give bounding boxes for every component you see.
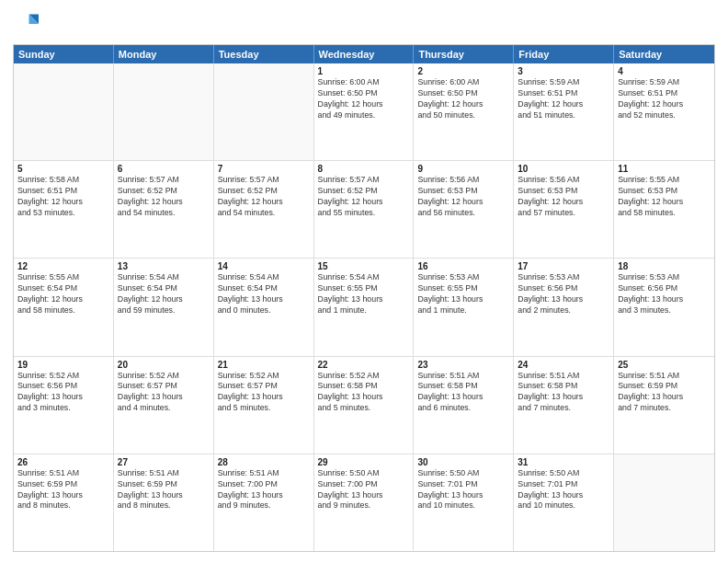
day-number: 30	[417, 457, 509, 467]
cell-details: Sunrise: 6:00 AM Sunset: 6:50 PM Dayligh…	[318, 77, 410, 121]
day-number: 6	[118, 164, 210, 174]
calendar-cell: 24Sunrise: 5:51 AM Sunset: 6:58 PM Dayli…	[514, 357, 614, 454]
calendar-cell: 16Sunrise: 5:53 AM Sunset: 6:55 PM Dayli…	[414, 259, 514, 355]
calendar-cell: 22Sunrise: 5:52 AM Sunset: 6:58 PM Dayli…	[314, 357, 415, 454]
calendar-cell	[614, 454, 714, 551]
cell-details: Sunrise: 5:55 AM Sunset: 6:53 PM Dayligh…	[618, 175, 711, 219]
calendar-cell: 14Sunrise: 5:54 AM Sunset: 6:54 PM Dayli…	[214, 259, 314, 355]
weekday-header: Saturday	[614, 45, 714, 63]
calendar-cell: 17Sunrise: 5:53 AM Sunset: 6:56 PM Dayli…	[514, 259, 614, 355]
day-number: 11	[618, 164, 711, 174]
day-number: 9	[417, 164, 509, 174]
cell-details: Sunrise: 5:54 AM Sunset: 6:54 PM Dayligh…	[218, 272, 310, 316]
calendar-cell: 1Sunrise: 6:00 AM Sunset: 6:50 PM Daylig…	[314, 63, 415, 160]
day-number: 28	[218, 457, 310, 467]
day-number: 10	[518, 164, 609, 174]
calendar-header: SundayMondayTuesdayWednesdayThursdayFrid…	[14, 45, 714, 63]
cell-details: Sunrise: 5:54 AM Sunset: 6:54 PM Dayligh…	[118, 272, 210, 316]
day-number: 15	[318, 261, 410, 271]
cell-details: Sunrise: 5:52 AM Sunset: 6:57 PM Dayligh…	[118, 371, 210, 415]
day-number: 29	[318, 457, 410, 467]
cell-details: Sunrise: 5:52 AM Sunset: 6:56 PM Dayligh…	[17, 371, 109, 415]
cell-details: Sunrise: 5:54 AM Sunset: 6:55 PM Dayligh…	[318, 272, 410, 316]
calendar-cell	[14, 63, 114, 160]
day-number: 22	[318, 360, 410, 370]
cell-details: Sunrise: 5:50 AM Sunset: 7:00 PM Dayligh…	[318, 468, 410, 512]
calendar-cell: 5Sunrise: 5:58 AM Sunset: 6:51 PM Daylig…	[14, 161, 114, 258]
day-number: 12	[17, 261, 109, 271]
page: SundayMondayTuesdayWednesdayThursdayFrid…	[0, 0, 728, 563]
calendar-cell: 25Sunrise: 5:51 AM Sunset: 6:59 PM Dayli…	[614, 357, 714, 454]
calendar-cell: 4Sunrise: 5:59 AM Sunset: 6:51 PM Daylig…	[614, 63, 714, 160]
calendar-cell: 20Sunrise: 5:52 AM Sunset: 6:57 PM Dayli…	[114, 357, 214, 454]
cell-details: Sunrise: 5:50 AM Sunset: 7:01 PM Dayligh…	[417, 468, 509, 512]
calendar: SundayMondayTuesdayWednesdayThursdayFrid…	[13, 44, 715, 552]
weekday-header: Friday	[514, 45, 614, 63]
calendar-cell: 23Sunrise: 5:51 AM Sunset: 6:58 PM Dayli…	[414, 357, 514, 454]
calendar-row: 1Sunrise: 6:00 AM Sunset: 6:50 PM Daylig…	[14, 63, 714, 161]
calendar-cell: 7Sunrise: 5:57 AM Sunset: 6:52 PM Daylig…	[214, 161, 314, 258]
day-number: 7	[218, 164, 310, 174]
cell-details: Sunrise: 5:59 AM Sunset: 6:51 PM Dayligh…	[618, 77, 711, 121]
day-number: 8	[318, 164, 410, 174]
calendar-cell: 8Sunrise: 5:57 AM Sunset: 6:52 PM Daylig…	[314, 161, 415, 258]
day-number: 19	[17, 360, 109, 370]
day-number: 5	[17, 164, 109, 174]
header	[13, 11, 715, 37]
cell-details: Sunrise: 5:59 AM Sunset: 6:51 PM Dayligh…	[518, 77, 609, 121]
cell-details: Sunrise: 5:56 AM Sunset: 6:53 PM Dayligh…	[518, 175, 609, 219]
calendar-cell	[114, 63, 214, 160]
day-number: 2	[417, 66, 509, 76]
weekday-header: Tuesday	[214, 45, 314, 63]
weekday-header: Thursday	[414, 45, 514, 63]
day-number: 17	[518, 261, 609, 271]
day-number: 24	[518, 360, 609, 370]
cell-details: Sunrise: 5:51 AM Sunset: 7:00 PM Dayligh…	[218, 468, 310, 512]
calendar-cell: 10Sunrise: 5:56 AM Sunset: 6:53 PM Dayli…	[514, 161, 614, 258]
calendar-row: 12Sunrise: 5:55 AM Sunset: 6:54 PM Dayli…	[14, 259, 714, 356]
cell-details: Sunrise: 5:53 AM Sunset: 6:56 PM Dayligh…	[618, 272, 711, 316]
calendar-cell: 29Sunrise: 5:50 AM Sunset: 7:00 PM Dayli…	[314, 454, 415, 551]
calendar-cell: 12Sunrise: 5:55 AM Sunset: 6:54 PM Dayli…	[14, 259, 114, 355]
calendar-cell: 30Sunrise: 5:50 AM Sunset: 7:01 PM Dayli…	[414, 454, 514, 551]
day-number: 16	[417, 261, 509, 271]
day-number: 14	[218, 261, 310, 271]
calendar-cell: 31Sunrise: 5:50 AM Sunset: 7:01 PM Dayli…	[514, 454, 614, 551]
calendar-cell: 15Sunrise: 5:54 AM Sunset: 6:55 PM Dayli…	[314, 259, 415, 355]
calendar-cell: 27Sunrise: 5:51 AM Sunset: 6:59 PM Dayli…	[114, 454, 214, 551]
day-number: 21	[218, 360, 310, 370]
cell-details: Sunrise: 5:53 AM Sunset: 6:56 PM Dayligh…	[518, 272, 609, 316]
calendar-cell	[214, 63, 314, 160]
calendar-cell: 9Sunrise: 5:56 AM Sunset: 6:53 PM Daylig…	[414, 161, 514, 258]
cell-details: Sunrise: 5:50 AM Sunset: 7:01 PM Dayligh…	[518, 468, 609, 512]
calendar-row: 26Sunrise: 5:51 AM Sunset: 6:59 PM Dayli…	[14, 454, 714, 551]
weekday-header: Monday	[114, 45, 214, 63]
day-number: 20	[118, 360, 210, 370]
calendar-row: 19Sunrise: 5:52 AM Sunset: 6:56 PM Dayli…	[14, 357, 714, 454]
day-number: 25	[618, 360, 711, 370]
cell-details: Sunrise: 5:57 AM Sunset: 6:52 PM Dayligh…	[218, 175, 310, 219]
day-number: 26	[17, 457, 109, 467]
cell-details: Sunrise: 5:57 AM Sunset: 6:52 PM Dayligh…	[118, 175, 210, 219]
calendar-cell: 26Sunrise: 5:51 AM Sunset: 6:59 PM Dayli…	[14, 454, 114, 551]
cell-details: Sunrise: 5:52 AM Sunset: 6:57 PM Dayligh…	[218, 371, 310, 415]
cell-details: Sunrise: 5:52 AM Sunset: 6:58 PM Dayligh…	[318, 371, 410, 415]
day-number: 4	[618, 66, 711, 76]
calendar-cell: 28Sunrise: 5:51 AM Sunset: 7:00 PM Dayli…	[214, 454, 314, 551]
cell-details: Sunrise: 6:00 AM Sunset: 6:50 PM Dayligh…	[417, 77, 509, 121]
day-number: 27	[118, 457, 210, 467]
cell-details: Sunrise: 5:51 AM Sunset: 6:58 PM Dayligh…	[417, 371, 509, 415]
calendar-cell: 18Sunrise: 5:53 AM Sunset: 6:56 PM Dayli…	[614, 259, 714, 355]
logo-icon	[13, 11, 39, 37]
weekday-header: Wednesday	[314, 45, 415, 63]
day-number: 18	[618, 261, 711, 271]
day-number: 3	[518, 66, 609, 76]
cell-details: Sunrise: 5:51 AM Sunset: 6:59 PM Dayligh…	[17, 468, 109, 512]
calendar-cell: 6Sunrise: 5:57 AM Sunset: 6:52 PM Daylig…	[114, 161, 214, 258]
calendar-cell: 3Sunrise: 5:59 AM Sunset: 6:51 PM Daylig…	[514, 63, 614, 160]
day-number: 1	[318, 66, 410, 76]
cell-details: Sunrise: 5:53 AM Sunset: 6:55 PM Dayligh…	[417, 272, 509, 316]
cell-details: Sunrise: 5:55 AM Sunset: 6:54 PM Dayligh…	[17, 272, 109, 316]
calendar-body: 1Sunrise: 6:00 AM Sunset: 6:50 PM Daylig…	[14, 63, 714, 551]
calendar-cell: 2Sunrise: 6:00 AM Sunset: 6:50 PM Daylig…	[414, 63, 514, 160]
